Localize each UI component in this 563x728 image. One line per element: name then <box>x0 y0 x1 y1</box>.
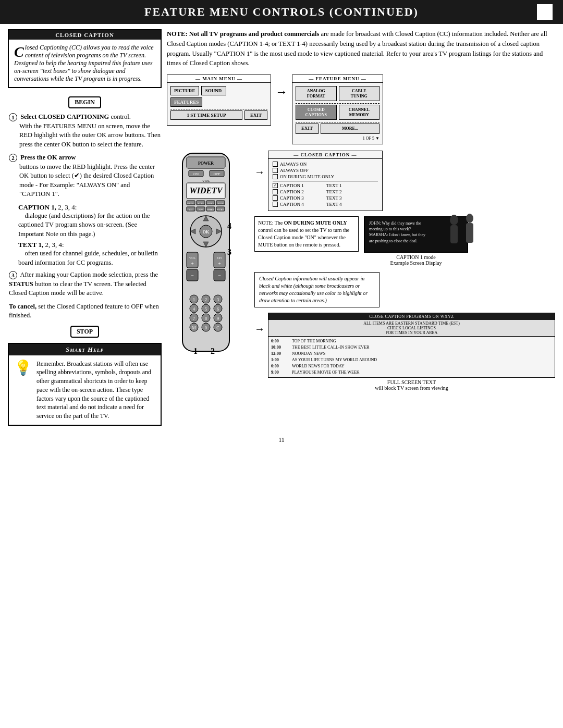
main-menu-row-3: 1 ST TIME SETUP EXIT <box>170 110 267 120</box>
feature-exit: EXIT <box>296 124 319 134</box>
caption-screen-area: JOHN: Why did they move the meeting up t… <box>364 216 468 266</box>
text2: TEXT 2 <box>326 189 378 194</box>
begin-button[interactable]: BEGIN <box>68 96 101 108</box>
steps-area: 1 Select CLOSED CAPTIONING control. With… <box>8 113 162 340</box>
caption-1-item: CAPTION 1, 2, 3, 4: dialogue (and descri… <box>18 203 161 239</box>
svg-rect-74 <box>466 223 473 243</box>
feature-menu-inner: ANALOGFORMAT CABLETUNING CLOSEDCAPTIONS … <box>292 83 383 144</box>
checkbox-mute-only <box>273 174 278 179</box>
main-menu-row-2: FEATURES <box>170 97 267 107</box>
show-4: AS YOUR LIFE TURNS MY WORLD AROUND <box>292 357 377 363</box>
listing-subtitle: ALL ITEMS ARE EASTERN STANDARD TIME (EST… <box>268 320 555 337</box>
dotted-divider-3 <box>296 122 380 122</box>
header-box <box>537 4 553 20</box>
step-1: 1 Select CLOSED CAPTIONING control. With… <box>9 113 161 149</box>
step-3-body-inline: After making your Caption mode selection… <box>9 271 158 297</box>
svg-text:1: 1 <box>193 298 195 302</box>
text-1-desc: often used for channel guide, schedules,… <box>18 250 158 266</box>
people-silhouette <box>441 212 483 266</box>
feature-closed-captions: CLOSEDCAPTIONS <box>296 105 337 120</box>
cc-divider <box>273 181 378 181</box>
main-menu-label: — MAIN MENU — <box>167 75 271 83</box>
cc-menu-box: — CLOSED CAPTION — ALWAYS ON ALWAYS OFF <box>268 151 383 211</box>
remote-area: POWER ON OFF VOL WIDETV <box>167 151 555 391</box>
feature-more: MORE... <box>321 124 380 134</box>
main-menu-sound: SOUND <box>201 86 226 95</box>
feature-row-2: CLOSEDCAPTIONS CHANNELMEMORY <box>296 105 380 120</box>
step-2-title: Press the OK arrow <box>20 154 76 161</box>
time-1: 6:00 <box>271 338 289 344</box>
feature-channel-memory: CHANNELMEMORY <box>339 105 380 120</box>
full-screen-area: CLOSE CAPTION PROGRAMS ON WXYZ ALL ITEMS… <box>268 313 555 391</box>
cc-caption4: CAPTION 4 <box>273 202 324 207</box>
svg-text:VOL: VOL <box>189 256 196 260</box>
caption4-label: CAPTION 4 <box>280 202 304 207</box>
feature-analog: ANALOGFORMAT <box>296 86 337 101</box>
on-during-bold: ON DURING MUTE ONLY <box>284 220 347 226</box>
step-2-header: 2 Press the OK arrow <box>9 153 161 163</box>
step-3-status: STATUS <box>9 280 33 288</box>
checkbox-caption4 <box>273 202 278 207</box>
text-1-item: TEXT 1, 2, 3, 4: often used for channel … <box>18 241 161 267</box>
lightbulb-icon: 💡 <box>14 357 32 378</box>
svg-text:−: − <box>218 273 221 278</box>
cc-always-on: ALWAYS ON <box>273 162 378 167</box>
svg-text:−: − <box>191 273 194 278</box>
step-3-number: 3 <box>9 271 17 279</box>
remote-container: POWER ON OFF VOL WIDETV <box>167 151 250 372</box>
checkbox-caption3 <box>273 195 278 201</box>
text3: TEXT 3 <box>326 195 378 201</box>
svg-text:SMRT: SMRT <box>207 208 214 211</box>
svg-text:9: 9 <box>217 316 219 321</box>
arrow-to-listing: → <box>254 313 265 335</box>
svg-text:SLEP: SLEP <box>217 202 224 205</box>
listing-item-3: 12:00 NOONDAY NEWS <box>271 351 552 357</box>
time-3: 12:00 <box>271 351 289 357</box>
svg-text:0: 0 <box>205 326 207 330</box>
step-1-select: Select CLOSED CAPTIONING <box>20 113 109 120</box>
feature-cable: CABLETUNING <box>339 86 380 101</box>
page-indicator: 1 OF 5 ▼ <box>296 136 380 141</box>
caption-screen-wrapper: JOHN: Why did they move the meeting up t… <box>364 216 468 266</box>
text-col: TEXT 1 TEXT 2 TEXT 3 TEXT 4 <box>326 183 378 208</box>
smart-help-label: Smart Help <box>66 346 104 354</box>
closed-caption-box: Closed Caption C losed Captioning (CC) a… <box>8 29 162 88</box>
smart-help-body: 💡 Remember. Broadcast stations will ofte… <box>9 355 161 425</box>
time-6: 9:00 <box>271 369 289 376</box>
main-menu-diagram: — MAIN MENU — PICTURE SOUND FEATURES 1 S… <box>167 75 271 126</box>
svg-rect-72 <box>450 225 458 243</box>
stop-button[interactable]: STOP <box>70 326 99 338</box>
svg-text:WIDETV: WIDETV <box>189 186 223 195</box>
cc-menu-inner: ALWAYS ON ALWAYS OFF ON DURING MUTE ONLY <box>268 159 382 211</box>
svg-text:M: M <box>192 326 195 330</box>
people-icon <box>441 212 483 264</box>
cc-caption2: CAPTION 2 <box>273 189 324 194</box>
main-content: Closed Caption C losed Captioning (CC) a… <box>0 24 563 431</box>
always-on-label: ALWAYS ON <box>280 162 307 167</box>
svg-text:1: 1 <box>193 347 198 355</box>
step-1-number: 1 <box>9 113 17 121</box>
text-1-label: TEXT 1, <box>18 241 43 249</box>
time-4: 1:00 <box>271 357 289 363</box>
svg-text:6: 6 <box>217 307 219 312</box>
page-number: 11 <box>0 431 563 449</box>
cc-columns: CAPTION 1 CAPTION 2 CAPTION 3 <box>273 183 378 208</box>
feature-row-1: ANALOGFORMAT CABLETUNING <box>296 86 380 101</box>
dotted-divider-2 <box>296 103 380 104</box>
step-3: 3 After making your Caption mode selecti… <box>9 270 161 298</box>
remote-svg: POWER ON OFF VOL WIDETV <box>167 151 245 369</box>
cc-menu-right-area: → — CLOSED CAPTION — ALWAYS ON ALWAYS OF… <box>254 151 555 391</box>
main-menu-exit: EXIT <box>244 110 267 120</box>
svg-text:8: 8 <box>205 316 207 321</box>
caption-screen: JOHN: Why did they move the meeting up t… <box>364 216 468 253</box>
diagrams-area: — MAIN MENU — PICTURE SOUND FEATURES 1 S… <box>167 75 555 144</box>
svg-text:VOL: VOL <box>202 179 210 183</box>
listing-body: 6:00 TOP OF THE MORNING 10:00 THE BEST L… <box>268 337 555 377</box>
cc-always-off: ALWAYS OFF <box>273 168 378 173</box>
show-6: PLAYHOUSE MOVIE OF THE WEEK <box>292 369 360 376</box>
show-2: THE BEST LITTLE CALL-IN SHOW EVER <box>292 344 369 351</box>
svg-text:4: 4 <box>193 307 195 312</box>
dotted-divider-1 <box>170 109 267 109</box>
svg-text:3: 3 <box>217 298 219 302</box>
right-arrow-1: → <box>275 75 288 99</box>
